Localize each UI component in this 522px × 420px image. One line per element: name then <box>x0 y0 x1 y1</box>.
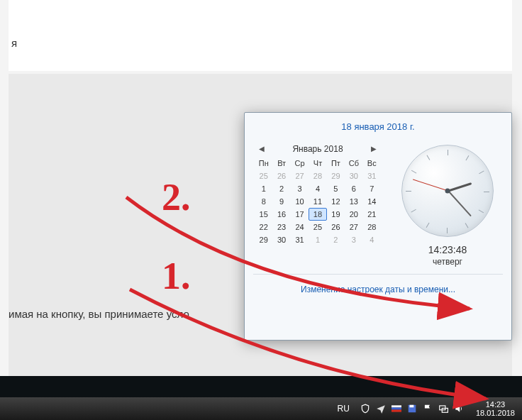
calendar-dow: Вт <box>272 157 290 170</box>
calendar-day[interactable]: 23 <box>272 221 290 233</box>
calendar-day[interactable]: 3 <box>291 182 309 195</box>
calendar-day[interactable]: 19 <box>327 208 345 221</box>
action-flag-icon[interactable] <box>422 403 433 414</box>
calendar-dow: Чт <box>309 157 326 170</box>
calendar-day[interactable]: 22 <box>255 221 272 233</box>
calendar-day[interactable]: 28 <box>309 170 326 182</box>
calendar-day[interactable]: 20 <box>345 208 362 221</box>
calendar-day[interactable]: 31 <box>363 170 381 182</box>
calendar-day[interactable]: 8 <box>255 195 272 208</box>
flag-icon[interactable] <box>391 403 402 414</box>
calendar-day[interactable]: 25 <box>309 221 326 233</box>
prev-month-button[interactable]: ◀ <box>256 143 267 154</box>
calendar-day[interactable]: 26 <box>327 221 345 233</box>
calendar-day[interactable]: 29 <box>327 170 345 182</box>
calendar: ◀ Январь 2018 ▶ ПнВтСрЧтПтСбВс2526272829… <box>255 140 381 267</box>
calendar-day[interactable]: 31 <box>291 233 309 246</box>
calendar-day[interactable]: 1 <box>309 233 326 246</box>
calendar-day[interactable]: 30 <box>272 233 290 246</box>
calendar-dow: Вс <box>363 157 381 170</box>
calendar-day[interactable]: 14 <box>363 195 381 208</box>
save-icon[interactable] <box>406 403 418 414</box>
calendar-dow: Пт <box>327 157 345 170</box>
taskbar: RU 14:23 18.01.2018 <box>0 397 522 420</box>
calendar-day[interactable]: 11 <box>309 195 326 208</box>
taskbar-date: 18.01.2018 <box>476 409 515 417</box>
analog-clock <box>401 145 494 237</box>
bottom-dark-strip <box>0 376 522 397</box>
calendar-day[interactable]: 21 <box>363 208 381 221</box>
svg-rect-0 <box>392 405 401 407</box>
hour-hand <box>448 182 472 192</box>
calendar-month-title[interactable]: Январь 2018 <box>292 144 343 154</box>
network-icon[interactable] <box>438 403 449 414</box>
digital-time: 14:23:48 <box>428 244 467 255</box>
clock-pin <box>445 189 450 194</box>
calendar-day[interactable]: 30 <box>345 170 362 182</box>
clock-block: 14:23:48 четверг <box>394 140 501 267</box>
taskbar-time: 14:23 <box>476 400 515 409</box>
popup-date-header: 18 января 2018 г. <box>245 113 511 138</box>
system-tray <box>355 403 469 414</box>
calendar-day[interactable]: 1 <box>255 182 272 195</box>
footer-text: имая на кнопку, вы принимаете усло <box>9 308 189 320</box>
calendar-grid: ПнВтСрЧтПтСбВс25262728293031123456789101… <box>255 157 381 246</box>
next-month-button[interactable]: ▶ <box>368 143 379 154</box>
calendar-day[interactable]: 9 <box>272 195 290 208</box>
taskbar-clock[interactable]: 14:23 18.01.2018 <box>469 400 522 417</box>
volume-icon[interactable] <box>453 403 465 414</box>
shield-icon[interactable] <box>360 403 371 414</box>
calendar-day[interactable]: 27 <box>345 221 362 233</box>
calendar-day[interactable]: 4 <box>309 182 326 195</box>
calendar-day[interactable]: 13 <box>345 195 362 208</box>
minute-hand <box>448 190 472 216</box>
second-hand <box>413 179 448 191</box>
svg-rect-2 <box>392 410 401 412</box>
calendar-day[interactable]: 4 <box>363 233 381 246</box>
calendar-day[interactable]: 5 <box>327 182 345 195</box>
calendar-day[interactable]: 6 <box>345 182 362 195</box>
calendar-day[interactable]: 10 <box>291 195 309 208</box>
datetime-popup: 18 января 2018 г. ◀ Январь 2018 ▶ ПнВтСр… <box>244 112 512 341</box>
calendar-dow: Пн <box>255 157 272 170</box>
plane-icon[interactable] <box>375 403 387 414</box>
calendar-dow: Сб <box>345 157 362 170</box>
day-of-week: четверг <box>433 257 462 267</box>
calendar-day[interactable]: 2 <box>272 182 290 195</box>
calendar-day[interactable]: 16 <box>272 208 290 221</box>
calendar-day[interactable]: 25 <box>255 170 272 182</box>
calendar-day[interactable]: 12 <box>327 195 345 208</box>
calendar-day[interactable]: 18 <box>309 208 326 221</box>
calendar-day[interactable]: 28 <box>363 221 381 233</box>
svg-rect-4 <box>409 405 413 408</box>
calendar-day[interactable]: 27 <box>291 170 309 182</box>
calendar-day[interactable]: 15 <box>255 208 272 221</box>
calendar-dow: Ср <box>291 157 309 170</box>
truncated-text: я <box>11 37 17 49</box>
content-band: я <box>9 0 512 71</box>
calendar-day[interactable]: 7 <box>363 182 381 195</box>
calendar-day[interactable]: 17 <box>291 208 309 221</box>
calendar-day[interactable]: 26 <box>272 170 290 182</box>
calendar-day[interactable]: 3 <box>345 233 362 246</box>
svg-rect-1 <box>392 407 401 409</box>
language-indicator[interactable]: RU <box>332 404 355 414</box>
change-datetime-settings-link[interactable]: Изменение настроек даты и времени... <box>245 275 511 304</box>
calendar-day[interactable]: 24 <box>291 221 309 233</box>
calendar-day[interactable]: 29 <box>255 233 272 246</box>
calendar-day[interactable]: 2 <box>327 233 345 246</box>
